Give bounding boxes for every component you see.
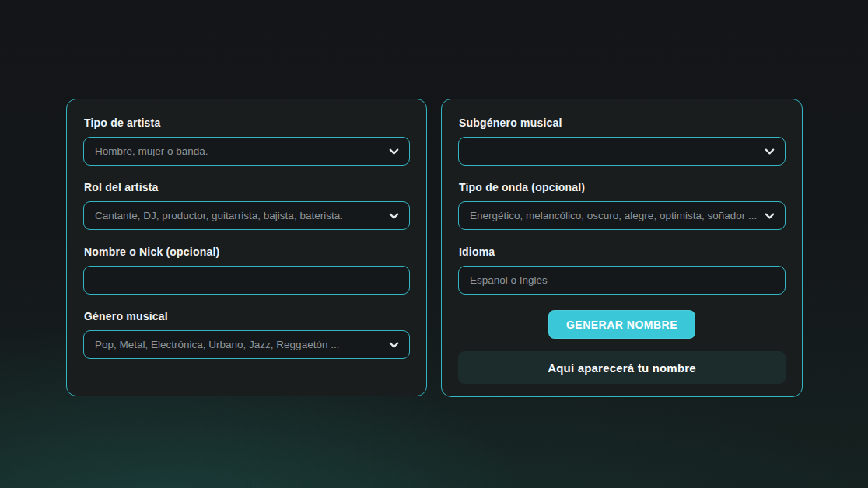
nombre-nick-label: Nombre o Nick (opcional): [84, 246, 410, 258]
idioma-input[interactable]: [458, 266, 786, 295]
select-placeholder: Cantante, DJ, productor, guitarrista, ba…: [95, 211, 398, 221]
rol-del-artista-label: Rol del artista: [84, 181, 410, 193]
select-placeholder: Hombre, mujer o banda.: [95, 146, 398, 157]
result-box: Aquí aparecerá tu nombre: [458, 351, 786, 384]
subgenero-musical-label: Subgénero musical: [459, 117, 786, 129]
chevron-down-icon: [764, 145, 775, 157]
chevron-down-icon: [388, 210, 400, 221]
genero-musical-label: Género musical: [84, 310, 410, 322]
tipo-de-artista-select[interactable]: Hombre, mujer o banda.: [83, 137, 410, 166]
generar-nombre-button[interactable]: GENERAR NOMBRE: [548, 310, 695, 339]
rol-del-artista-select[interactable]: Cantante, DJ, productor, guitarrista, ba…: [83, 201, 410, 230]
chevron-down-icon: [764, 210, 775, 221]
tipo-de-onda-select[interactable]: Energético, melancólico, oscuro, alegre,…: [458, 201, 786, 230]
select-placeholder: Pop, Metal, Electrónica, Urbano, Jazz, R…: [95, 340, 398, 350]
chevron-down-icon: [388, 339, 400, 350]
select-placeholder: Energético, melancólico, oscuro, alegre,…: [470, 211, 774, 221]
subgenero-musical-select[interactable]: [458, 137, 786, 166]
generator-panel: Subgénero musical Tipo de onda (opcional…: [441, 99, 803, 397]
tipo-de-onda-label: Tipo de onda (opcional): [459, 181, 786, 193]
nombre-nick-input[interactable]: [83, 266, 410, 295]
tipo-de-artista-label: Tipo de artista: [84, 117, 410, 129]
genero-musical-select[interactable]: Pop, Metal, Electrónica, Urbano, Jazz, R…: [83, 330, 410, 359]
idioma-label: Idioma: [459, 246, 786, 258]
artist-form-panel: Tipo de artista Hombre, mujer o banda. R…: [66, 99, 427, 396]
chevron-down-icon: [388, 145, 400, 157]
